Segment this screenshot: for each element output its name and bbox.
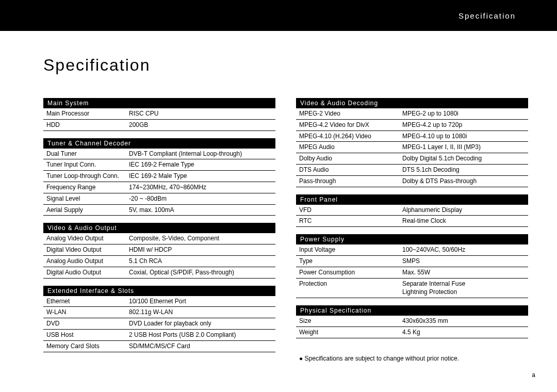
spec-value: 174~230MHz, 470~860MHz [129, 183, 275, 192]
spec-row: Power ConsumptionMax. 55W [296, 267, 528, 279]
spec-label: Size [299, 317, 402, 325]
spec-label: MPEG Audio [299, 143, 402, 152]
spec-row: Size430x60x335 mm [296, 316, 528, 327]
spec-columns: Main SystemMain ProcessorRISC CPUHDD200G… [43, 98, 536, 362]
spec-row: W-LAN802.11g W-LAN [43, 307, 275, 318]
spec-label: Frequency Range [46, 183, 129, 192]
spec-label: Analog Video Output [46, 234, 129, 243]
spec-row: Dolby AudioDolby Digital 5.1ch Decoding [296, 153, 528, 165]
spec-row: MPEG-2 VideoMPEG-2 up to 1080i [296, 108, 528, 120]
spec-row: Analog Audio Output5.1 Ch RCA [43, 256, 275, 267]
spec-label: DTS Audio [299, 166, 402, 174]
spec-value: 4.5 Kg [402, 328, 528, 337]
section-header: Main System [43, 98, 275, 108]
spec-value: 5V, max. 100mA [129, 206, 275, 215]
spec-row: USB Host2 USB Host Ports (USB 2.0 Compli… [43, 330, 275, 341]
spec-label: MPEG-4.10 (H.264) Video [299, 132, 402, 141]
spec-label: Input Voltage [299, 246, 402, 254]
spec-row: MPEG-4.2 Video for DivXMPEG-4.2 up to 72… [296, 120, 528, 131]
section-header: Extended Interface & Slots [43, 286, 275, 296]
section-header: Tuner & Channel Decoder [43, 138, 275, 149]
spec-row: DVDDVD Loader for playback only [43, 318, 275, 330]
spec-value: Composite, S-Video, Component [129, 234, 275, 243]
spec-label: Digital Video Output [46, 246, 129, 254]
spec-value: DTS 5.1ch Decoding [402, 166, 528, 174]
spec-row: Analog Video OutputComposite, S-Video, C… [43, 233, 275, 244]
spec-label: Tuner Loop-through Conn. [46, 172, 129, 181]
spec-row: VFDAlphanumeric Display [296, 205, 528, 216]
spec-label: Memory Card Slots [46, 342, 129, 351]
spec-label: VFD [299, 206, 402, 215]
spec-row: Digital Audio OutputCoxial, Optical (S/P… [43, 267, 275, 279]
spec-value: MPEG-2 up to 1080i [402, 109, 528, 118]
spec-value: Dolby & DTS Pass-through [402, 177, 528, 186]
section-header: Power Supply [296, 234, 528, 244]
spec-value: 10/100 Ethernet Port [129, 297, 275, 306]
spec-row: Aerial Supply5V, max. 100mA [43, 205, 275, 216]
spec-row: DTS AudioDTS 5.1ch Decoding [296, 165, 528, 176]
spec-row: ProtectionSeparate Internal Fuse Lightni… [296, 279, 528, 299]
spec-value: Alphanumeric Display [402, 206, 528, 215]
spec-label: Dual Tuner [46, 150, 129, 158]
left-column: Main SystemMain ProcessorRISC CPUHDD200G… [43, 98, 275, 362]
spec-label: Analog Audio Output [46, 257, 129, 266]
spec-value: SD/MMC/MS/CF Card [129, 342, 275, 351]
spec-row: Weight4.5 Kg [296, 327, 528, 338]
spec-value: 100~240VAC, 50/60Hz [402, 246, 528, 254]
spec-value: 5.1 Ch RCA [129, 257, 275, 266]
spec-value: Dolby Digital 5.1ch Decoding [402, 154, 528, 163]
page-title: Specification [43, 56, 150, 75]
spec-label: USB Host [46, 331, 129, 339]
section-header: Front Panel [296, 194, 528, 205]
spec-value: IEC 169-2 Female Type [129, 160, 275, 169]
spec-label: MPEG-2 Video [299, 109, 402, 118]
spec-value: Max. 55W [402, 268, 528, 277]
spec-value: RISC CPU [129, 109, 275, 118]
section-header: Video & Audio Decoding [296, 98, 528, 108]
section-header: Video & Audio Output [43, 223, 275, 233]
spec-value: Coxial, Optical (S/PDIF, Pass-through) [129, 268, 275, 277]
spec-label: Pass-through [299, 177, 402, 186]
spec-label: Main Processor [46, 109, 129, 118]
spec-row: Memory Card SlotsSD/MMC/MS/CF Card [43, 341, 275, 352]
spec-value: 200GB [129, 121, 275, 129]
spec-value: -20 ~ -80dBm [129, 194, 275, 203]
spec-value: MPEG-4.2 up to 720p [402, 121, 528, 129]
spec-value: 2 USB Host Ports (USB 2.0 Compliant) [129, 331, 275, 339]
spec-value: 802.11g W-LAN [129, 308, 275, 317]
spec-row: Input Voltage100~240VAC, 50/60Hz [296, 244, 528, 256]
spec-value: IEC 169-2 Male Type [129, 172, 275, 181]
spec-value: 430x60x335 mm [402, 317, 528, 325]
spec-value: MPEG-1 Layer I, II, III (MP3) [402, 143, 528, 152]
spec-row: Main ProcessorRISC CPU [43, 108, 275, 120]
section-header: Physical Specification [296, 305, 528, 316]
spec-row: HDD200GB [43, 120, 275, 131]
spec-row: Ethernet10/100 Ethernet Port [43, 296, 275, 307]
spec-value: Real-time Clock [402, 217, 528, 225]
spec-row: Dual TunerDVB-T Compliant (Internal Loop… [43, 149, 275, 160]
spec-label: Aerial Supply [46, 206, 129, 215]
spec-row: Pass-throughDolby & DTS Pass-through [296, 176, 528, 187]
spec-label: Type [299, 257, 402, 266]
spec-row: Signal Level-20 ~ -80dBm [43, 193, 275, 205]
spec-value: SMPS [402, 257, 528, 266]
spec-label: Ethernet [46, 297, 129, 306]
footnote: ● Specifications are subject to change w… [296, 355, 528, 362]
header-bar: Specification [0, 0, 557, 31]
spec-label: W-LAN [46, 308, 129, 317]
spec-value: Separate Internal Fuse Lightning Protect… [402, 280, 528, 297]
right-column: Video & Audio DecodingMPEG-2 VideoMPEG-2… [296, 98, 528, 362]
spec-label: Tuner Input Conn. [46, 160, 129, 169]
spec-row: MPEG-4.10 (H.264) VideoMPEG-4.10 up to 1… [296, 131, 528, 142]
header-title: Specification [458, 11, 516, 20]
spec-label: MPEG-4.2 Video for DivX [299, 121, 402, 129]
spec-value: MPEG-4.10 up to 1080i [402, 132, 528, 141]
spec-label: HDD [46, 121, 129, 129]
spec-row: Frequency Range174~230MHz, 470~860MHz [43, 182, 275, 193]
spec-row: Tuner Loop-through Conn.IEC 169-2 Male T… [43, 171, 275, 182]
spec-label: Power Consumption [299, 268, 402, 277]
spec-label: Protection [299, 280, 402, 297]
spec-value: HDMI w/ HDCP [129, 246, 275, 254]
spec-value: DVD Loader for playback only [129, 319, 275, 328]
spec-row: TypeSMPS [296, 256, 528, 267]
